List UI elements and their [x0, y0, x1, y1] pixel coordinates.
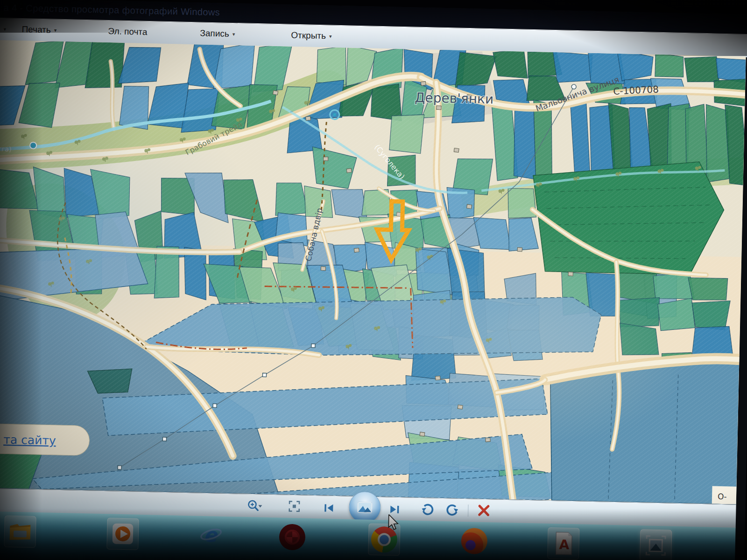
menu-file-caret-partial[interactable]: ▾: [0, 24, 6, 34]
rotate-ccw-icon: [420, 503, 435, 517]
chevron-down-icon: ▾: [233, 31, 235, 37]
delete-x-icon: [477, 504, 491, 518]
slideshow-icon: [357, 502, 373, 513]
menu-print[interactable]: Печать▾: [21, 24, 56, 35]
zoom-button[interactable]: [247, 499, 262, 513]
document-a-icon: A: [550, 530, 577, 557]
chevron-down-icon: ▾: [54, 28, 57, 33]
folder-icon: [7, 518, 33, 545]
previous-button[interactable]: [323, 502, 338, 517]
taskbar-red-circle-app[interactable]: [276, 521, 308, 553]
village-label: Дерев'янки: [415, 90, 493, 107]
svg-text:e: e: [203, 524, 218, 547]
dark-green-field: [531, 158, 725, 275]
site-link-text: та сайту: [3, 433, 56, 447]
svg-text:A: A: [559, 537, 570, 552]
menu-burn[interactable]: Запись▾: [200, 28, 235, 39]
delete-button[interactable]: [477, 504, 493, 518]
taskbar-windows-explorer[interactable]: [4, 515, 36, 547]
media-player-icon: [109, 520, 136, 547]
rotate-cw-icon: [445, 503, 460, 518]
taskbar-word-document[interactable]: A: [547, 527, 579, 560]
rotate-counterclockwise-button[interactable]: [420, 503, 436, 517]
fit-icon: [288, 500, 301, 513]
chevron-down-icon: ▾: [329, 33, 332, 39]
taskbar-windows-media-player[interactable]: [106, 518, 139, 550]
stream-label-fragment: тга): [0, 145, 12, 153]
site-link-pill: та сайту: [0, 423, 90, 455]
svg-text:О-: О-: [718, 492, 727, 501]
photo-of-screen: а 4 - Средство просмотра фотографий Wind…: [0, 0, 747, 560]
photo-viewer-icon: [642, 532, 669, 559]
window-title: а 4 - Средство просмотра фотографий Wind…: [3, 2, 220, 18]
taskbar-internet-explorer[interactable]: e: [195, 519, 226, 551]
monitor-screen: а 4 - Средство просмотра фотографий Wind…: [0, 0, 747, 560]
red-app-icon: [279, 524, 305, 550]
magnifier-icon: [247, 499, 263, 513]
fit-to-window-button[interactable]: [288, 500, 303, 514]
previous-icon: [323, 502, 335, 514]
next-icon: [388, 504, 401, 515]
rotate-clockwise-button[interactable]: [445, 503, 461, 518]
cadastral-map: Дерев'янки Мальовнича вулиця С-100708 Гр…: [0, 40, 746, 504]
taskbar-windows-photo-viewer[interactable]: [640, 529, 672, 560]
road-code-label: С-100708: [613, 84, 659, 97]
taskbar-firefox[interactable]: [458, 525, 490, 557]
mouse-cursor: [386, 514, 401, 531]
firefox-icon: [461, 528, 487, 554]
map-image: Дерев'янки Мальовнича вулиця С-100708 Гр…: [0, 40, 746, 504]
internet-explorer-icon: e: [197, 522, 224, 549]
corner-chip: О-: [712, 486, 745, 504]
menu-open[interactable]: Открыть▾: [291, 30, 332, 42]
menu-email[interactable]: Эл. почта: [108, 26, 148, 37]
toolbar-separator: [468, 504, 469, 517]
